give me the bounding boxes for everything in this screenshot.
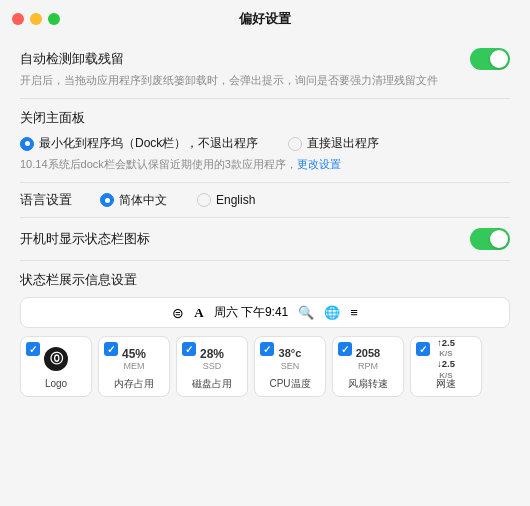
status-item-memory-checkbox [104, 342, 118, 356]
language-label: 语言设置 [20, 191, 80, 209]
preferences-window: 偏好设置 自动检测卸载残留 开启后，当拖动应用程序到废纸篓卸载时，会弹出提示，询… [0, 0, 530, 506]
main-content: 自动检测卸载残留 开启后，当拖动应用程序到废纸篓卸载时，会弹出提示，询问是否要强… [0, 38, 530, 506]
status-item-logo[interactable]: ⓪ Logo [20, 336, 92, 397]
close-button[interactable] [12, 13, 24, 25]
status-items-grid: ⓪ Logo 45% MEM 内存占用 [20, 336, 510, 397]
startup-section: 开机时显示状态栏图标 [20, 218, 510, 261]
radio-option-minimize[interactable]: 最小化到程序坞（Dock栏），不退出程序 [20, 135, 258, 152]
statusbar-preview: ⊜ A 周六 下午9:41 🔍 🌐 ≡ [20, 297, 510, 328]
status-item-logo-icon: ⓪ [42, 345, 70, 373]
search-icon: 🔍 [298, 305, 314, 320]
status-item-fan-icon: 2058 RPM [354, 345, 382, 373]
radio-chinese-label: 简体中文 [119, 192, 167, 209]
menu-icon: ≡ [350, 305, 358, 320]
titlebar: 偏好设置 [0, 0, 530, 38]
close-panel-note: 10.14系统后dock栏会默认保留近期使用的3款应用程序，更改设置 [20, 157, 510, 172]
statusbar-datetime: 周六 下午9:41 [214, 304, 289, 321]
colorball-icon: 🌐 [324, 305, 340, 320]
startup-toggle-knob [490, 230, 508, 248]
close-panel-section: 关闭主面板 最小化到程序坞（Dock栏），不退出程序 直接退出程序 10.14系… [20, 99, 510, 183]
status-item-network-icon: ↑2.5 K/S ↓2.5 K/S [432, 345, 460, 373]
radio-option-chinese[interactable]: 简体中文 [100, 192, 167, 209]
status-item-fan[interactable]: 2058 RPM 风扇转速 [332, 336, 404, 397]
window-title: 偏好设置 [239, 10, 291, 28]
radio-quit-label: 直接退出程序 [307, 135, 379, 152]
status-item-network-checkbox [416, 342, 430, 356]
status-item-disk[interactable]: 28% SSD 磁盘占用 [176, 336, 248, 397]
radio-option-english[interactable]: English [197, 193, 255, 207]
traffic-lights [12, 13, 60, 25]
radio-english-circle [197, 193, 211, 207]
radio-quit-circle [288, 137, 302, 151]
status-item-cpu-label: CPU温度 [269, 377, 310, 390]
startup-label: 开机时显示状态栏图标 [20, 230, 150, 248]
close-panel-note-text: 10.14系统后dock栏会默认保留近期使用的3款应用程序， [20, 158, 297, 170]
font-a-icon: A [194, 305, 203, 321]
radio-minimize-label: 最小化到程序坞（Dock栏），不退出程序 [39, 135, 258, 152]
auto-detect-label: 自动检测卸载残留 [20, 50, 124, 68]
radio-minimize-circle [20, 137, 34, 151]
status-item-fan-checkbox [338, 342, 352, 356]
minimize-button[interactable] [30, 13, 42, 25]
startup-toggle[interactable] [470, 228, 510, 250]
close-panel-radio-group: 最小化到程序坞（Dock栏），不退出程序 直接退出程序 [20, 135, 510, 152]
wifi-icon: ⊜ [172, 305, 184, 321]
status-item-disk-icon: 28% SSD [198, 345, 226, 373]
change-settings-link[interactable]: 更改设置 [297, 158, 341, 170]
language-section: 语言设置 简体中文 English [20, 183, 510, 218]
statusbar-section-label: 状态栏展示信息设置 [20, 271, 510, 289]
status-item-disk-checkbox [182, 342, 196, 356]
statusbar-section: 状态栏展示信息设置 ⊜ A 周六 下午9:41 🔍 🌐 ≡ [20, 261, 510, 407]
status-item-fan-label: 风扇转速 [348, 377, 388, 390]
auto-detect-toggle[interactable] [470, 48, 510, 70]
status-item-disk-label: 磁盘占用 [192, 377, 232, 390]
radio-option-quit[interactable]: 直接退出程序 [288, 135, 379, 152]
status-item-logo-label: Logo [45, 377, 67, 390]
toggle-knob [490, 50, 508, 68]
status-item-memory-icon: 45% MEM [120, 345, 148, 373]
close-panel-label: 关闭主面板 [20, 109, 510, 127]
logo-icon: ⓪ [44, 347, 68, 371]
status-item-memory[interactable]: 45% MEM 内存占用 [98, 336, 170, 397]
status-item-network-label: 网速 [436, 377, 456, 390]
language-row: 语言设置 简体中文 English [20, 191, 510, 209]
radio-english-label: English [216, 193, 255, 207]
maximize-button[interactable] [48, 13, 60, 25]
status-item-cpu-temp[interactable]: 38°c SEN CPU温度 [254, 336, 326, 397]
status-item-cpu-checkbox [260, 342, 274, 356]
radio-chinese-circle [100, 193, 114, 207]
status-item-network[interactable]: ↑2.5 K/S ↓2.5 K/S 网速 [410, 336, 482, 397]
auto-detect-section: 自动检测卸载残留 开启后，当拖动应用程序到废纸篓卸载时，会弹出提示，询问是否要强… [20, 38, 510, 99]
status-item-memory-label: 内存占用 [114, 377, 154, 390]
auto-detect-desc: 开启后，当拖动应用程序到废纸篓卸载时，会弹出提示，询问是否要强力清理残留文件 [20, 73, 510, 88]
status-item-cpu-icon: 38°c SEN [276, 345, 304, 373]
status-item-logo-checkbox [26, 342, 40, 356]
